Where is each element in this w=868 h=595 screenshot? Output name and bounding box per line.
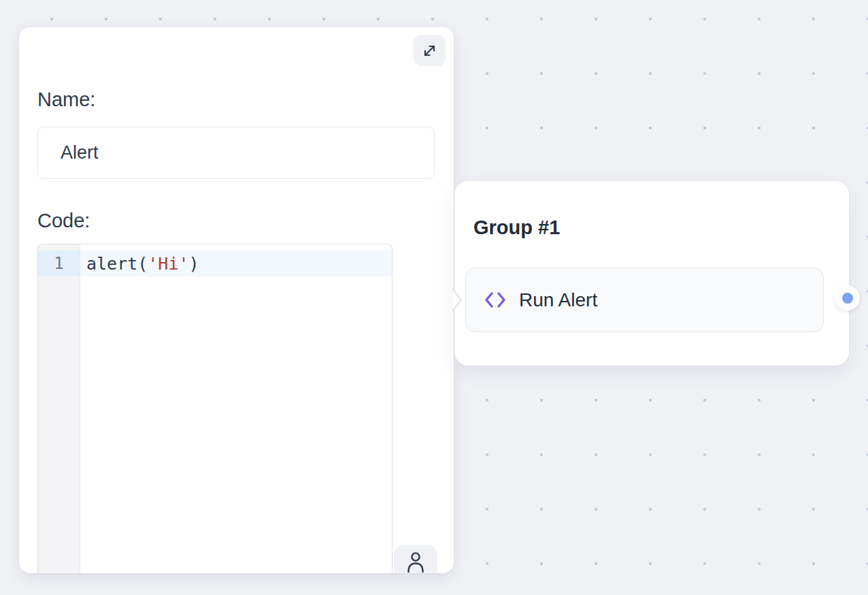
input-connector-icon bbox=[452, 287, 463, 312]
output-connector-handle[interactable] bbox=[835, 285, 860, 310]
line-number: 1 bbox=[38, 251, 80, 276]
code-label: Code: bbox=[37, 207, 90, 234]
name-label: Name: bbox=[37, 86, 95, 113]
group-card[interactable]: Group #1 Run Alert bbox=[454, 181, 849, 366]
expand-button[interactable] bbox=[414, 35, 446, 66]
expand-icon bbox=[422, 43, 437, 59]
code-token: alert( bbox=[86, 254, 148, 274]
person-icon bbox=[407, 551, 424, 573]
node-editor-panel: Name: Code: 1 alert('Hi') bbox=[19, 27, 454, 573]
code-token-string: 'Hi' bbox=[148, 254, 188, 274]
code-brackets-icon bbox=[484, 291, 507, 309]
flow-canvas[interactable]: Name: Code: 1 alert('Hi') Group #1 bbox=[0, 0, 868, 595]
user-button[interactable] bbox=[394, 545, 437, 573]
node-run-alert[interactable]: Run Alert bbox=[465, 268, 824, 332]
code-token: ) bbox=[189, 254, 199, 274]
code-line[interactable]: alert('Hi') bbox=[80, 251, 392, 276]
name-input[interactable] bbox=[37, 127, 435, 179]
node-label: Run Alert bbox=[519, 289, 597, 311]
code-editor-gutter: 1 bbox=[38, 244, 80, 573]
code-editor-content[interactable]: alert('Hi') bbox=[80, 244, 392, 573]
group-title: Group #1 bbox=[473, 214, 560, 241]
ring-handle-icon bbox=[842, 293, 853, 304]
code-editor[interactable]: 1 alert('Hi') bbox=[37, 244, 393, 573]
